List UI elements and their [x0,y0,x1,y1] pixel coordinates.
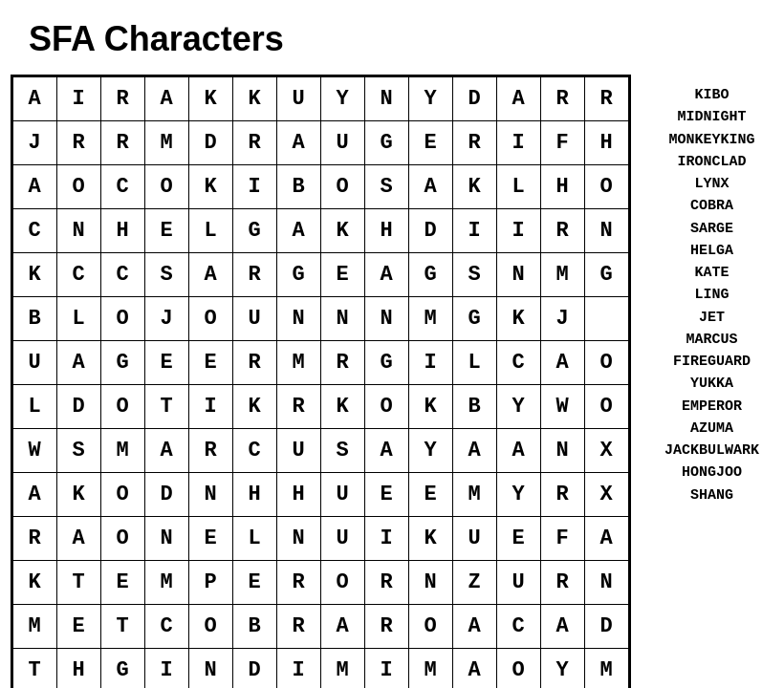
grid-cell: I [232,165,276,209]
grid-cell: R [540,473,584,517]
grid-cell: R [188,429,232,473]
grid-cell: R [364,561,408,605]
grid-cell: F [540,121,584,165]
grid-cell: Y [408,77,452,121]
grid-cell: A [144,77,188,121]
grid-cell: U [320,121,364,165]
grid-cell: T [144,385,188,429]
grid-cell: I [408,341,452,385]
grid-cell: B [452,385,496,429]
grid-cell: R [12,517,56,561]
grid-cell: I [364,517,408,561]
grid-cell: S [144,253,188,297]
grid-cell: K [188,77,232,121]
grid-cell: G [100,649,144,689]
grid-cell: K [12,561,56,605]
grid-cell: A [144,429,188,473]
grid-cell: D [408,209,452,253]
grid-cell: K [452,165,496,209]
grid-cell: L [232,517,276,561]
grid-cell: N [144,517,188,561]
grid-cell: C [100,165,144,209]
grid-cell: J [144,297,188,341]
grid-cell: B [276,165,320,209]
grid-cell: N [56,209,100,253]
grid-cell: O [584,165,628,209]
grid-cell: U [12,341,56,385]
main-area: AIRAKKUYNYDARRJRRMDRAUGERIFHAOCOKIBOSAKL… [10,75,774,688]
grid-cell: K [496,297,540,341]
grid-cell: G [276,253,320,297]
page-title: SFA Characters [29,19,284,59]
grid-cell: U [232,297,276,341]
grid-cell: L [12,385,56,429]
grid-cell: E [144,341,188,385]
grid-cell: K [320,209,364,253]
grid-cell: O [56,165,100,209]
grid-cell: M [540,253,584,297]
grid-cell: O [100,297,144,341]
grid-cell: I [364,649,408,689]
word-item: EMPEROR [682,396,742,418]
grid-cell: Y [496,385,540,429]
grid-cell: M [320,649,364,689]
grid-cell: Y [320,77,364,121]
grid-cell: A [496,429,540,473]
grid-cell: W [540,385,584,429]
grid-cell: H [364,209,408,253]
grid-cell: O [408,605,452,649]
grid-cell: A [540,605,584,649]
grid-cell: L [496,165,540,209]
grid-cell: P [188,561,232,605]
grid-cell: B [12,297,56,341]
grid-cell: Y [540,649,584,689]
grid-cell: A [452,605,496,649]
word-item: SARGE [690,218,733,240]
grid-cell: O [584,341,628,385]
word-item: LYNX [694,173,729,195]
grid-cell: N [276,297,320,341]
grid-cell: R [540,561,584,605]
grid-cell: C [100,253,144,297]
word-list: KIBOMIDNIGHTMONKEYKINGIRONCLADLYNXCOBRAS… [650,75,774,506]
grid-cell: N [188,649,232,689]
grid-cell: N [584,209,628,253]
word-item: MIDNIGHT [677,106,746,128]
word-item: MARCUS [686,329,737,351]
grid-cell: K [408,517,452,561]
grid-cell: O [100,473,144,517]
grid-cell: G [232,209,276,253]
grid-cell: O [100,517,144,561]
grid-cell: O [364,385,408,429]
grid-cell: K [188,165,232,209]
word-item: AZUMA [690,418,733,440]
grid-cell: T [12,649,56,689]
grid-cell: R [276,561,320,605]
grid-cell: X [584,429,628,473]
grid-cell: D [144,473,188,517]
grid-cell: A [56,341,100,385]
grid-cell: A [496,77,540,121]
word-item: KIBO [694,84,729,106]
grid-cell: I [56,77,100,121]
grid-cell: G [364,121,408,165]
grid-cell: G [452,297,496,341]
grid-cell: L [188,209,232,253]
grid-cell: R [320,341,364,385]
grid-cell: E [408,121,452,165]
grid-cell: C [12,209,56,253]
grid-cell: M [144,561,188,605]
grid-cell: O [144,165,188,209]
grid-cell: N [584,561,628,605]
grid-cell: E [188,517,232,561]
grid-cell: R [540,209,584,253]
grid-cell: I [144,649,188,689]
grid-cell: J [12,121,56,165]
grid-cell: K [56,473,100,517]
grid-cell: K [408,385,452,429]
grid-cell: E [188,341,232,385]
grid-cell: G [408,253,452,297]
grid-cell: H [100,209,144,253]
grid-wrapper: AIRAKKUYNYDARRJRRMDRAUGERIFHAOCOKIBOSAKL… [11,75,631,688]
grid-cell: N [364,297,408,341]
